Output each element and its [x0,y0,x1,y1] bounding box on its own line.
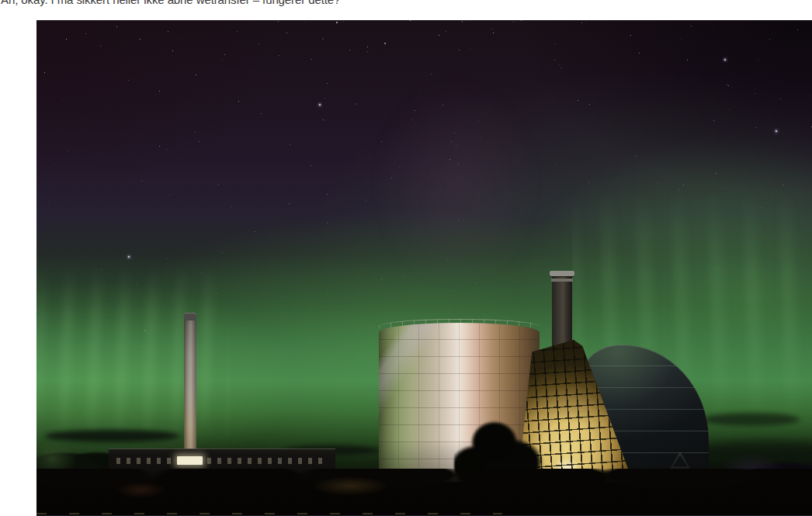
aurora-power-plant-photo[interactable] [36,20,812,516]
page: { "message": { "text": "Ah, okay. I må s… [0,0,812,516]
left-chimney [184,313,196,454]
aurora-rays-left [36,265,231,447]
message-text: Ah, okay. I må sikkert heller ikke åbne … [1,0,340,5]
lit-window-block [177,456,203,465]
cloud-silhouette [703,413,800,426]
foreground-scrub [36,469,812,516]
dim-window-row [116,458,324,464]
aurora-pink-veil [347,59,564,307]
